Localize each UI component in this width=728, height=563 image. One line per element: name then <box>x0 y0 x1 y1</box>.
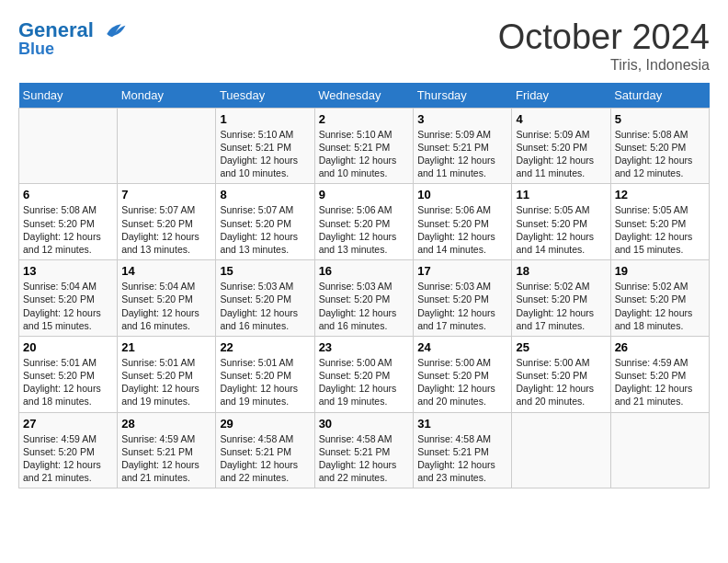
day-info: Sunrise: 5:02 AM Sunset: 5:20 PM Dayligh… <box>516 280 606 332</box>
calendar-cell: 14Sunrise: 5:04 AM Sunset: 5:20 PM Dayli… <box>118 260 216 337</box>
day-info: Sunrise: 4:59 AM Sunset: 5:21 PM Dayligh… <box>121 432 211 485</box>
day-info: Sunrise: 5:04 AM Sunset: 5:20 PM Dayligh… <box>23 280 113 332</box>
week-row-1: 1Sunrise: 5:10 AM Sunset: 5:21 PM Daylig… <box>19 108 710 184</box>
day-number: 3 <box>417 112 507 126</box>
weekday-header-row: SundayMondayTuesdayWednesdayThursdayFrid… <box>19 83 710 109</box>
day-number: 9 <box>319 188 410 201</box>
day-number: 21 <box>121 340 211 354</box>
calendar-cell <box>118 108 216 184</box>
calendar-cell: 19Sunrise: 5:02 AM Sunset: 5:20 PM Dayli… <box>610 260 709 337</box>
calendar-cell: 29Sunrise: 4:58 AM Sunset: 5:21 PM Dayli… <box>216 412 314 488</box>
day-info: Sunrise: 4:58 AM Sunset: 5:21 PM Dayligh… <box>220 432 310 485</box>
weekday-header-sunday: Sunday <box>19 83 118 109</box>
calendar-cell: 20Sunrise: 5:01 AM Sunset: 5:20 PM Dayli… <box>19 336 118 412</box>
calendar-cell: 23Sunrise: 5:00 AM Sunset: 5:20 PM Dayli… <box>314 336 414 412</box>
day-number: 26 <box>615 340 705 354</box>
day-number: 22 <box>220 340 310 354</box>
day-info: Sunrise: 5:00 AM Sunset: 5:20 PM Dayligh… <box>516 356 606 408</box>
day-info: Sunrise: 5:02 AM Sunset: 5:20 PM Dayligh… <box>615 280 705 332</box>
day-number: 12 <box>615 188 705 201</box>
day-number: 18 <box>516 264 606 278</box>
day-number: 14 <box>121 264 211 278</box>
calendar-cell: 12Sunrise: 5:05 AM Sunset: 5:20 PM Dayli… <box>610 184 709 260</box>
week-row-2: 6Sunrise: 5:08 AM Sunset: 5:20 PM Daylig… <box>19 184 710 260</box>
weekday-header-friday: Friday <box>512 83 610 109</box>
day-number: 2 <box>319 112 410 126</box>
day-info: Sunrise: 5:01 AM Sunset: 5:20 PM Dayligh… <box>23 356 113 408</box>
calendar-cell: 5Sunrise: 5:08 AM Sunset: 5:20 PM Daylig… <box>610 108 709 184</box>
day-info: Sunrise: 4:58 AM Sunset: 5:21 PM Dayligh… <box>417 432 507 485</box>
day-info: Sunrise: 5:00 AM Sunset: 5:20 PM Dayligh… <box>319 356 410 408</box>
calendar-table: SundayMondayTuesdayWednesdayThursdayFrid… <box>18 83 710 488</box>
day-number: 16 <box>319 264 410 278</box>
day-info: Sunrise: 5:06 AM Sunset: 5:20 PM Dayligh… <box>319 203 410 256</box>
day-info: Sunrise: 5:09 AM Sunset: 5:20 PM Dayligh… <box>516 128 606 180</box>
day-info: Sunrise: 5:06 AM Sunset: 5:20 PM Dayligh… <box>417 203 507 256</box>
calendar-cell: 21Sunrise: 5:01 AM Sunset: 5:20 PM Dayli… <box>118 336 216 412</box>
location: Tiris, Indonesia <box>498 57 710 74</box>
day-number: 15 <box>220 264 310 278</box>
day-number: 5 <box>615 112 705 126</box>
calendar-cell: 7Sunrise: 5:07 AM Sunset: 5:20 PM Daylig… <box>118 184 216 260</box>
calendar-cell: 27Sunrise: 4:59 AM Sunset: 5:20 PM Dayli… <box>19 412 118 488</box>
calendar-cell: 30Sunrise: 4:58 AM Sunset: 5:21 PM Dayli… <box>314 412 414 488</box>
calendar-cell: 2Sunrise: 5:10 AM Sunset: 5:21 PM Daylig… <box>314 108 414 184</box>
calendar-cell <box>19 108 118 184</box>
day-info: Sunrise: 5:07 AM Sunset: 5:20 PM Dayligh… <box>220 203 310 256</box>
calendar-cell: 1Sunrise: 5:10 AM Sunset: 5:21 PM Daylig… <box>216 108 314 184</box>
week-row-5: 27Sunrise: 4:59 AM Sunset: 5:20 PM Dayli… <box>19 412 710 488</box>
day-info: Sunrise: 5:10 AM Sunset: 5:21 PM Dayligh… <box>319 128 410 180</box>
day-number: 24 <box>417 340 507 354</box>
day-number: 10 <box>417 188 507 201</box>
day-number: 11 <box>516 188 606 201</box>
day-number: 28 <box>121 417 211 431</box>
day-info: Sunrise: 5:08 AM Sunset: 5:20 PM Dayligh… <box>23 203 113 256</box>
calendar-cell <box>610 412 709 488</box>
title-block: October 2024 Tiris, Indonesia <box>498 18 710 74</box>
day-number: 7 <box>121 188 211 201</box>
weekday-header-wednesday: Wednesday <box>314 83 414 109</box>
weekday-header-saturday: Saturday <box>610 83 709 109</box>
day-number: 29 <box>220 417 310 431</box>
day-info: Sunrise: 5:05 AM Sunset: 5:20 PM Dayligh… <box>516 203 606 256</box>
logo: General Blue <box>18 18 127 59</box>
day-info: Sunrise: 5:08 AM Sunset: 5:20 PM Dayligh… <box>615 128 705 180</box>
day-number: 4 <box>516 112 606 126</box>
calendar-cell: 16Sunrise: 5:03 AM Sunset: 5:20 PM Dayli… <box>314 260 414 337</box>
calendar-cell: 26Sunrise: 4:59 AM Sunset: 5:20 PM Dayli… <box>610 336 709 412</box>
calendar-cell: 9Sunrise: 5:06 AM Sunset: 5:20 PM Daylig… <box>314 184 414 260</box>
calendar-cell: 4Sunrise: 5:09 AM Sunset: 5:20 PM Daylig… <box>512 108 610 184</box>
calendar-cell <box>512 412 610 488</box>
day-info: Sunrise: 5:07 AM Sunset: 5:20 PM Dayligh… <box>121 203 211 256</box>
calendar-cell: 17Sunrise: 5:03 AM Sunset: 5:20 PM Dayli… <box>414 260 512 337</box>
day-number: 25 <box>516 340 606 354</box>
day-number: 31 <box>417 417 507 431</box>
day-info: Sunrise: 5:03 AM Sunset: 5:20 PM Dayligh… <box>417 280 507 332</box>
day-number: 30 <box>319 417 410 431</box>
month-title: October 2024 <box>498 18 710 57</box>
day-info: Sunrise: 5:03 AM Sunset: 5:20 PM Dayligh… <box>319 280 410 332</box>
day-info: Sunrise: 5:00 AM Sunset: 5:20 PM Dayligh… <box>417 356 507 408</box>
day-number: 1 <box>220 112 310 126</box>
day-info: Sunrise: 4:58 AM Sunset: 5:21 PM Dayligh… <box>319 432 410 485</box>
day-number: 27 <box>23 417 113 431</box>
day-info: Sunrise: 4:59 AM Sunset: 5:20 PM Dayligh… <box>23 432 113 485</box>
day-info: Sunrise: 5:03 AM Sunset: 5:20 PM Dayligh… <box>220 280 310 332</box>
day-info: Sunrise: 5:04 AM Sunset: 5:20 PM Dayligh… <box>121 280 211 332</box>
day-info: Sunrise: 5:01 AM Sunset: 5:20 PM Dayligh… <box>121 356 211 408</box>
calendar-cell: 3Sunrise: 5:09 AM Sunset: 5:21 PM Daylig… <box>414 108 512 184</box>
calendar-cell: 28Sunrise: 4:59 AM Sunset: 5:21 PM Dayli… <box>118 412 216 488</box>
day-info: Sunrise: 5:05 AM Sunset: 5:20 PM Dayligh… <box>615 203 705 256</box>
day-info: Sunrise: 5:09 AM Sunset: 5:21 PM Dayligh… <box>417 128 507 180</box>
week-row-3: 13Sunrise: 5:04 AM Sunset: 5:20 PM Dayli… <box>19 260 710 337</box>
calendar-cell: 22Sunrise: 5:01 AM Sunset: 5:20 PM Dayli… <box>216 336 314 412</box>
day-number: 20 <box>23 340 113 354</box>
day-number: 13 <box>23 264 113 278</box>
day-info: Sunrise: 4:59 AM Sunset: 5:20 PM Dayligh… <box>615 356 705 408</box>
weekday-header-thursday: Thursday <box>414 83 512 109</box>
weekday-header-tuesday: Tuesday <box>216 83 314 109</box>
calendar-cell: 6Sunrise: 5:08 AM Sunset: 5:20 PM Daylig… <box>19 184 118 260</box>
calendar-cell: 31Sunrise: 4:58 AM Sunset: 5:21 PM Dayli… <box>414 412 512 488</box>
calendar-cell: 24Sunrise: 5:00 AM Sunset: 5:20 PM Dayli… <box>414 336 512 412</box>
calendar-cell: 13Sunrise: 5:04 AM Sunset: 5:20 PM Dayli… <box>19 260 118 337</box>
